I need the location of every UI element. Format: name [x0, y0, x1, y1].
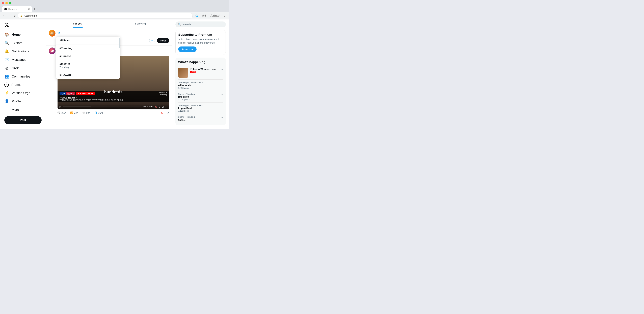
pip-icon[interactable]: ⊡: [162, 106, 164, 108]
maximize-button[interactable]: [9, 2, 11, 4]
autocomplete-item-4[interactable]: #TOWART: [56, 71, 120, 79]
back-button[interactable]: ←: [2, 14, 6, 18]
tab-close-icon[interactable]: ✕: [28, 8, 30, 11]
trend-item-1[interactable]: Trending in United States Millennials 3,…: [178, 80, 223, 91]
trend-item-0[interactable]: Khloé in Wonder Land LIVE ···: [178, 66, 223, 80]
sidebar-item-home[interactable]: 🏠 Home: [2, 31, 44, 39]
trend-name-0: Khloé in Wonder Land: [190, 68, 219, 71]
browser-tab[interactable]: Home / X ✕: [2, 6, 32, 12]
sidebar: 🏠 Home 🔍 Explore 🔔 Notifications ✉️ Mess…: [0, 20, 46, 129]
tab-title: Home / X: [8, 8, 17, 11]
trend-posts-1: 3,596 posts: [178, 87, 220, 89]
autocomplete-item-0[interactable]: #tillivan: [56, 37, 120, 45]
sidebar-label-premium: Premium: [12, 83, 24, 87]
sidebar-label-more: More: [12, 108, 19, 112]
refresh-button[interactable]: ↻: [13, 14, 16, 18]
autocomplete-item-2[interactable]: #Tinnasit: [56, 52, 120, 60]
trend-info-0: Khloé in Wonder Land LIVE: [190, 68, 219, 74]
share-action[interactable]: ↗: [167, 111, 169, 114]
compose-hashtag-text[interactable]: #t: [58, 30, 169, 36]
post-button[interactable]: Post: [4, 116, 42, 124]
video-progress-bar[interactable]: [63, 107, 141, 107]
extensions-button[interactable]: ⋮: [222, 14, 227, 18]
trend-name-4: Kyla...: [178, 118, 220, 121]
play-icon[interactable]: ▶: [60, 105, 62, 108]
trend-name-3: Logan Paul: [178, 107, 220, 110]
tab-following[interactable]: Following: [109, 20, 172, 28]
minimize-button[interactable]: [5, 2, 8, 4]
forward-button[interactable]: →: [8, 14, 12, 18]
bookmark-action[interactable]: 🔖: [160, 111, 163, 114]
sidebar-item-profile[interactable]: 👤 Profile: [2, 97, 44, 105]
premium-icon: ✓: [4, 83, 9, 87]
compose-add-button[interactable]: +: [149, 38, 155, 43]
translate-button[interactable]: 🌐: [194, 14, 200, 18]
tag-tillivan: #tillivan: [60, 39, 116, 42]
trend-more-1[interactable]: ···: [220, 81, 223, 85]
video-controls[interactable]: ▶ 0:21 / 0:57 🔇 ⚙ ⊡ ⛶: [58, 104, 169, 109]
share-icon: ↗: [167, 111, 169, 114]
compose-avatar: 🐵: [49, 30, 56, 37]
x-logo[interactable]: [2, 21, 44, 30]
video-time-total: 0:57: [149, 106, 153, 108]
sidebar-item-communities[interactable]: 👥 Communities: [2, 73, 44, 81]
trend-info-4: Sports · Trending Kyla...: [178, 116, 220, 121]
trend-meta-1: Trending in United States: [178, 81, 220, 84]
trend-item-4[interactable]: Sports · Trending Kyla... ···: [178, 114, 223, 123]
sidebar-label-verified-orgs: Verified Orgs: [12, 91, 30, 95]
like-action[interactable]: 🤍 98K: [82, 111, 90, 114]
trend-item-2[interactable]: Sports · Trending Brooklyn 21.7K posts ·…: [178, 91, 223, 102]
trend-item-3[interactable]: Trending in United States Logan Paul 7,1…: [178, 103, 223, 114]
sidebar-item-explore[interactable]: 🔍 Explore: [2, 39, 44, 47]
settings-icon[interactable]: ⚙: [158, 106, 160, 108]
search-box[interactable]: 🔍: [176, 22, 226, 27]
whats-happening-title: What's happening: [178, 60, 223, 64]
post-submit-button[interactable]: Post: [157, 38, 169, 43]
sidebar-item-notifications[interactable]: 🔔 Notifications: [2, 47, 44, 55]
autocomplete-dropdown: #tillivan #Trending #Tinnasit #testnet T…: [56, 37, 120, 79]
visitor-button[interactable]: 访客: [200, 14, 208, 18]
volume-icon[interactable]: 🔇: [154, 106, 157, 108]
retweet-action[interactable]: 🔁 13K: [70, 111, 78, 114]
premium-title: Subscribe to Premium: [178, 33, 223, 37]
trend-more-0[interactable]: ···: [220, 68, 223, 71]
trend-name-1: Millennials: [178, 84, 220, 87]
url-text: x.com/home: [24, 15, 37, 17]
tag-testnet: #testnet: [60, 63, 116, 66]
sidebar-item-messages[interactable]: ✉️ Messages: [2, 56, 44, 64]
sidebar-item-verified-orgs[interactable]: ⚡ Verified Orgs: [2, 89, 44, 97]
sidebar-item-more[interactable]: ⋯ More: [2, 106, 44, 114]
autocomplete-item-3[interactable]: #testnet Trending: [56, 60, 120, 71]
trend-more-2[interactable]: ···: [220, 93, 223, 96]
trend-more-4[interactable]: ···: [220, 116, 223, 119]
tag-towart: #TOWART: [60, 74, 116, 77]
sidebar-item-grok[interactable]: ◎ Grok: [2, 64, 44, 72]
views-action[interactable]: 📊 31M: [94, 111, 103, 114]
sidebar-item-premium[interactable]: ✓ Premium: [2, 81, 44, 89]
video-time-separator: /: [147, 106, 148, 108]
comment-icon: 💬: [58, 111, 60, 114]
trend-more-3[interactable]: ···: [220, 104, 223, 108]
tweet-more-button[interactable]: ···: [167, 51, 169, 54]
comment-action[interactable]: 💬 3.1K: [58, 111, 66, 114]
subscribe-button[interactable]: Subscribe: [178, 47, 196, 52]
trend-info-2: Sports · Trending Brooklyn 21.7K posts: [178, 93, 220, 101]
finish-update-button[interactable]: 完成更新: [209, 14, 221, 18]
trend-meta-2: Sports · Trending: [178, 93, 220, 95]
video-time-current: 0:21: [142, 106, 146, 108]
home-icon: 🏠: [4, 32, 9, 37]
trend-posts-2: 21.7K posts: [178, 98, 220, 101]
messages-icon: ✉️: [4, 57, 9, 62]
tab-favicon: [4, 8, 7, 10]
fullscreen-icon[interactable]: ⛶: [165, 106, 167, 108]
dropdown-scrollbar[interactable]: [119, 37, 120, 79]
right-sidebar: 🔍 Subscribe to Premium Subscribe to unlo…: [172, 20, 229, 129]
address-box[interactable]: 🔒 x.com/home: [18, 13, 193, 19]
close-button[interactable]: [2, 2, 4, 4]
tweet-avatar: DD: [49, 48, 56, 54]
search-input[interactable]: [183, 23, 223, 26]
tab-for-you[interactable]: For you: [46, 20, 109, 28]
autocomplete-item-1[interactable]: #Trending: [56, 45, 120, 52]
grok-icon: ◎: [4, 66, 9, 71]
new-tab-button[interactable]: +: [32, 8, 37, 11]
